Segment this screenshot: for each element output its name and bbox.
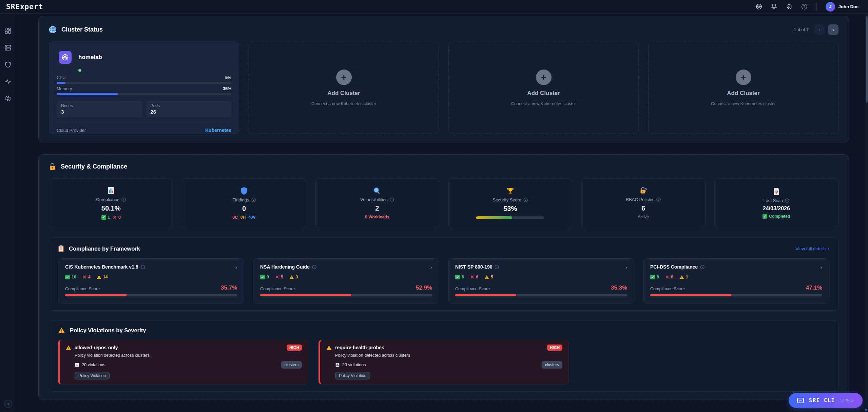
stat-value: 50.1% — [101, 204, 121, 212]
plus-icon: + — [336, 70, 352, 85]
memory-value: 35% — [223, 86, 231, 91]
notifications-bell-icon[interactable] — [771, 3, 777, 10]
stat-card-findings: Findings 0 0C 0H 40V — [182, 178, 306, 228]
clipboard-icon — [58, 245, 64, 252]
settings-gear-icon[interactable] — [786, 3, 792, 10]
info-icon[interactable] — [656, 197, 661, 202]
chevron-right-icon: › — [625, 264, 627, 270]
add-cluster-card[interactable]: + Add Cluster Connect a new Kubernetes c… — [249, 42, 439, 134]
compliance-score-bar — [455, 294, 627, 296]
violation-type-badge: Policy Violation — [75, 372, 110, 379]
x-icon: ✕ — [470, 274, 474, 280]
findings-critical: 0C — [232, 215, 237, 220]
chevron-right-icon: › — [430, 264, 432, 270]
sidebar-item-security[interactable] — [4, 61, 12, 68]
stat-label: RBAC Policies — [626, 197, 655, 202]
cloud-provider-link[interactable]: Kubernetes — [205, 127, 231, 133]
kubernetes-wheel-icon[interactable] — [756, 3, 762, 10]
sidebar-collapse-button[interactable]: › — [4, 400, 12, 408]
cli-label: SRE CLI — [809, 397, 835, 404]
globe-icon — [49, 26, 57, 34]
framework-card[interactable]: NIST SP 800-190 › ✓6 ✕6 5 Compliance Sco… — [448, 258, 634, 303]
pagination-next-button[interactable]: › — [828, 24, 838, 35]
user-menu[interactable]: J John Doe — [826, 2, 859, 12]
topbar: SRExpert J — [0, 0, 868, 14]
cluster-kubernetes-icon — [57, 49, 74, 66]
sidebar-item-dashboard[interactable] — [4, 27, 12, 34]
info-icon[interactable] — [141, 265, 145, 269]
violation-scope-tag[interactable]: clusters — [281, 361, 302, 369]
stat-card-last-scan: Last Scan 24/03/2026 ✓Completed — [714, 178, 838, 228]
sidebar-item-settings[interactable] — [4, 95, 12, 102]
bar-chart-icon — [75, 362, 79, 367]
violation-count: 20 violations — [342, 362, 366, 367]
cluster-name: homelab — [78, 54, 102, 61]
severity-badge: HIGH — [547, 345, 562, 351]
framework-card[interactable]: NSA Hardening Guide › ✓9 ✕5 3 Compliance… — [253, 258, 439, 303]
compliance-score-label: Compliance Score — [260, 287, 295, 291]
info-icon[interactable] — [251, 198, 256, 202]
add-cluster-card[interactable]: + Add Cluster Connect a new Kubernetes c… — [648, 42, 838, 134]
nodes-stat: Nodes 3 — [57, 101, 142, 117]
warning-icon — [484, 275, 489, 279]
info-icon[interactable] — [390, 197, 394, 202]
violation-card[interactable]: allowed-repos-only HIGH Policy violation… — [58, 340, 308, 385]
plus-icon: + — [536, 70, 552, 85]
info-icon[interactable] — [495, 265, 499, 269]
scrollbar-thumb[interactable] — [866, 16, 868, 103]
sidebar-item-clusters[interactable] — [4, 44, 12, 51]
bar-chart-icon — [335, 362, 340, 367]
cloud-provider-label: Cloud Provider — [57, 128, 86, 133]
main-content: Cluster Status 1-4 of 7 ‹ › — [16, 14, 868, 412]
cluster-card-homelab[interactable]: homelab CPU 5% Memory 35% — [49, 42, 239, 134]
add-cluster-card[interactable]: + Add Cluster Connect a new Kubernetes c… — [448, 42, 639, 134]
info-icon[interactable] — [523, 198, 528, 202]
compliance-score-value: 35.7% — [221, 285, 237, 291]
pagination-prev-button[interactable]: ‹ — [814, 24, 825, 35]
info-icon[interactable] — [785, 198, 789, 203]
stat-card-vulnerabilities: Vulnerabilities 2 0 Workloads — [315, 178, 439, 228]
violation-name: allowed-repos-only — [75, 345, 283, 350]
frameworks-title: Compliance by Framework — [69, 246, 140, 252]
nodes-value: 3 — [61, 109, 138, 115]
security-compliance-panel: Security & Compliance Compliance — [38, 154, 849, 400]
topbar-actions: J John Doe — [756, 2, 859, 12]
violations-subpanel: Policy Violations by Severity allowed-re… — [49, 320, 838, 392]
locked-with-key-icon — [639, 187, 647, 195]
help-icon[interactable] — [801, 3, 808, 10]
scrollbar-down-arrow[interactable]: ▼ — [864, 408, 868, 412]
violation-card[interactable]: require-health-probes HIGH Policy violat… — [319, 340, 569, 385]
info-icon[interactable] — [700, 265, 705, 269]
check-icon: ✓ — [101, 215, 106, 220]
info-icon[interactable] — [121, 197, 126, 202]
trophy-icon — [506, 187, 514, 195]
cli-suffix: ソキシ — [840, 397, 854, 404]
framework-card[interactable]: CIS Kubernetes Benchmark v1.8 › ✓10 ✕4 1… — [58, 258, 244, 303]
chevron-right-icon: › — [828, 246, 829, 251]
stat-card-rbac: RBAC Policies 6 Active — [581, 178, 705, 228]
cluster-pagination: 1-4 of 7 ‹ › — [794, 24, 838, 35]
compliance-score-bar — [650, 294, 822, 296]
sidebar-item-activity[interactable] — [4, 78, 12, 85]
compliance-score-label: Compliance Score — [65, 287, 100, 291]
compliance-score-value: 52.9% — [416, 285, 432, 291]
add-cluster-sublabel: Connect a new Kubernetes cluster — [511, 101, 576, 106]
stat-label: Security Score — [493, 197, 521, 202]
memory-bar — [57, 93, 231, 95]
info-icon[interactable] — [312, 265, 316, 269]
violation-name: require-health-probes — [335, 345, 544, 350]
stat-label: Findings — [232, 197, 249, 202]
nodes-label: Nodes — [61, 103, 138, 108]
framework-name: CIS Kubernetes Benchmark v1.8 — [65, 264, 138, 270]
lock-icon — [49, 163, 56, 171]
app-logo: SRExpert — [6, 2, 43, 11]
x-icon: ✕ — [275, 274, 279, 280]
sre-cli-button[interactable]: SRE CLI ソキシ — [789, 393, 863, 408]
scrollbar[interactable]: ▼ — [865, 14, 868, 412]
framework-card[interactable]: PCI-DSS Compliance › ✓8 ✕8 1 Compliance … — [643, 258, 829, 303]
add-cluster-label: Add Cluster — [327, 90, 360, 97]
cluster-status-panel: Cluster Status 1-4 of 7 ‹ › — [38, 16, 849, 142]
violation-scope-tag[interactable]: clusters — [542, 361, 562, 369]
view-full-details-link[interactable]: View full details› — [795, 246, 829, 251]
findings-vuln: 40V — [248, 215, 255, 220]
